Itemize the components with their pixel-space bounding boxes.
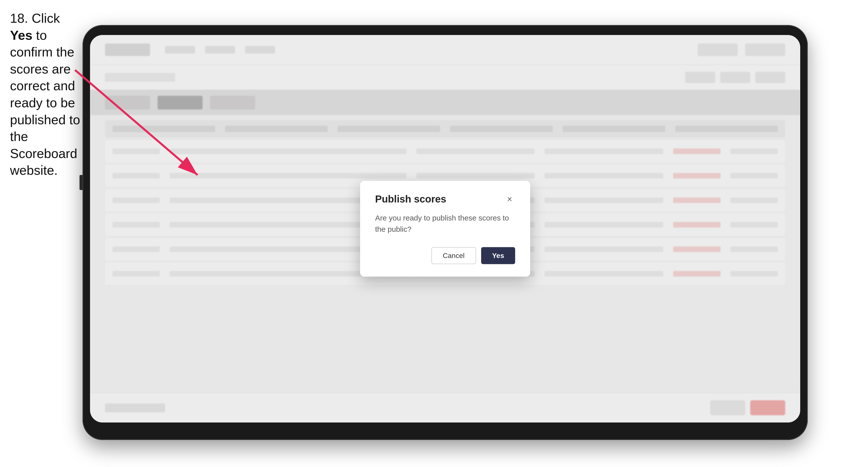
dialog-title: Publish scores <box>375 193 446 205</box>
tablet-device-wrapper: Publish scores × Are you ready to publis… <box>83 25 808 440</box>
dialog-actions: Cancel Yes <box>375 247 515 264</box>
tablet-device: Publish scores × Are you ready to publis… <box>83 25 808 440</box>
instruction-prefix: Click <box>28 11 60 26</box>
instruction-suffix: to confirm the scores are correct and re… <box>10 28 80 178</box>
instruction-text: 18. Click Yes to confirm the scores are … <box>10 10 83 179</box>
instruction-bold: Yes <box>10 28 32 42</box>
tablet-side-button <box>80 175 83 190</box>
dialog-title-row: Publish scores × <box>375 193 515 205</box>
dialog-yes-button[interactable]: Yes <box>481 247 515 264</box>
step-number: 18. <box>10 11 28 26</box>
publish-scores-dialog: Publish scores × Are you ready to publis… <box>360 181 530 277</box>
dialog-close-button[interactable]: × <box>504 193 515 205</box>
dialog-message: Are you ready to publish these scores to… <box>375 212 515 235</box>
dialog-cancel-button[interactable]: Cancel <box>431 247 476 264</box>
tablet-screen: Publish scores × Are you ready to publis… <box>90 35 800 423</box>
